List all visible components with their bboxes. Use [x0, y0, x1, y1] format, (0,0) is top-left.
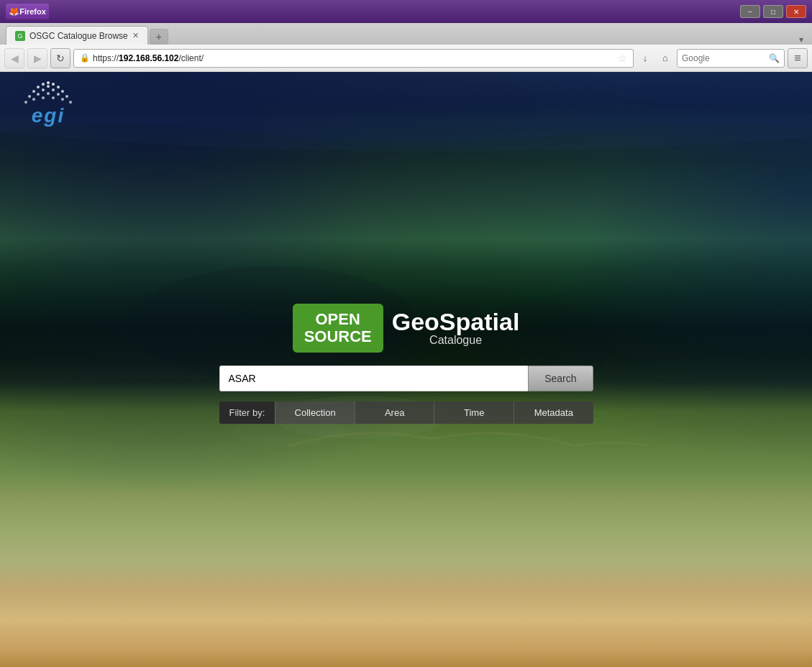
- svg-point-14: [52, 89, 55, 91]
- svg-point-17: [37, 93, 40, 96]
- svg-point-12: [32, 90, 35, 93]
- download-button[interactable]: ↓: [637, 50, 654, 67]
- svg-point-7: [42, 83, 45, 86]
- app-logo: OPEN SOURCE GeoSpatial Catalogue: [293, 303, 520, 352]
- tab-favicon: G: [15, 31, 25, 41]
- tab-title: OSGC Catalogue Browse: [29, 31, 128, 41]
- open-source-line2: SOURCE: [304, 328, 372, 345]
- firefox-menu-button[interactable]: ≡: [788, 48, 808, 68]
- bookmark-star-icon[interactable]: ☆: [618, 53, 627, 64]
- svg-point-26: [69, 101, 72, 104]
- time-filter-button[interactable]: Time: [434, 401, 514, 424]
- minimize-button[interactable]: −: [740, 5, 760, 18]
- browser-tab[interactable]: G OSGC Catalogue Browse ✕: [6, 26, 148, 45]
- new-tab-button[interactable]: +: [150, 29, 168, 45]
- egi-dots-icon: [16, 79, 81, 108]
- metadata-filter-button[interactable]: Metadata: [514, 401, 593, 424]
- navigation-bar: ◀ ▶ ↻ 🔒 https://192.168.56.102/client/ ☆…: [0, 45, 812, 72]
- address-text: https://192.168.56.102/client/: [93, 53, 204, 63]
- search-button[interactable]: Search: [528, 366, 593, 391]
- egi-text: egi: [32, 104, 65, 127]
- tab-bar: G OSGC Catalogue Browse ✕ + ▾: [0, 23, 812, 45]
- svg-point-18: [47, 92, 50, 95]
- tab-close-button[interactable]: ✕: [132, 31, 139, 40]
- geospatial-title: GeoSpatial: [392, 309, 520, 334]
- address-bar-right: ☆: [618, 53, 627, 64]
- window-controls: − □ ✕: [740, 5, 806, 18]
- url-prefix: https://: [93, 53, 119, 63]
- filter-bar: Filter by: Collection Area Time Metadata: [219, 401, 593, 424]
- title-bar: Firefox − □ ✕: [0, 0, 812, 23]
- svg-point-8: [52, 83, 55, 86]
- geo-title: GeoSpatial Catalogue: [392, 309, 520, 347]
- browser-search-icon[interactable]: 🔍: [769, 53, 780, 63]
- egi-logo: egi: [9, 79, 88, 137]
- svg-point-23: [42, 96, 45, 99]
- browser-search-box[interactable]: 🔍: [677, 49, 785, 68]
- forward-button[interactable]: ▶: [27, 48, 47, 68]
- collection-filter-button[interactable]: Collection: [275, 401, 355, 424]
- svg-point-21: [24, 101, 27, 104]
- svg-point-25: [61, 98, 64, 101]
- catalogue-subtitle: Catalogue: [392, 334, 520, 347]
- search-bar: Search: [219, 366, 593, 391]
- svg-point-10: [47, 85, 50, 88]
- filter-label: Filter by:: [219, 401, 275, 424]
- svg-point-13: [42, 89, 45, 91]
- search-input[interactable]: [219, 366, 529, 391]
- search-overlay: OPEN SOURCE GeoSpatial Catalogue Search …: [219, 303, 593, 423]
- tab-scroll-arrow[interactable]: ▾: [796, 35, 806, 45]
- page-content: egi OPEN SOURCE GeoSpatial Catalogue Sea…: [0, 72, 812, 667]
- url-host: 192.168.56.102: [119, 53, 178, 63]
- browser-search-input[interactable]: [682, 53, 766, 63]
- close-button[interactable]: ✕: [786, 5, 806, 18]
- url-path: /client/: [178, 53, 204, 63]
- svg-point-24: [52, 96, 55, 99]
- secure-icon: 🔒: [80, 53, 90, 63]
- address-bar[interactable]: 🔒 https://192.168.56.102/client/ ☆: [73, 49, 634, 68]
- open-source-line1: OPEN: [304, 310, 372, 327]
- reload-button[interactable]: ↻: [50, 48, 70, 68]
- open-source-badge: OPEN SOURCE: [293, 303, 383, 352]
- firefox-title: Firefox: [19, 7, 46, 16]
- svg-point-20: [65, 95, 68, 98]
- svg-point-11: [57, 86, 60, 89]
- back-button[interactable]: ◀: [4, 48, 24, 68]
- home-button[interactable]: ⌂: [657, 50, 674, 67]
- maximize-button[interactable]: □: [763, 5, 783, 18]
- svg-point-9: [37, 86, 40, 89]
- svg-point-22: [32, 98, 35, 101]
- svg-point-16: [28, 95, 31, 98]
- area-filter-button[interactable]: Area: [355, 401, 434, 424]
- firefox-logo: Firefox: [6, 4, 49, 19]
- svg-point-19: [57, 93, 60, 96]
- svg-point-6: [47, 81, 50, 84]
- browser-window: Firefox − □ ✕ G OSGC Catalogue Browse ✕ …: [0, 0, 812, 667]
- svg-point-15: [61, 90, 64, 93]
